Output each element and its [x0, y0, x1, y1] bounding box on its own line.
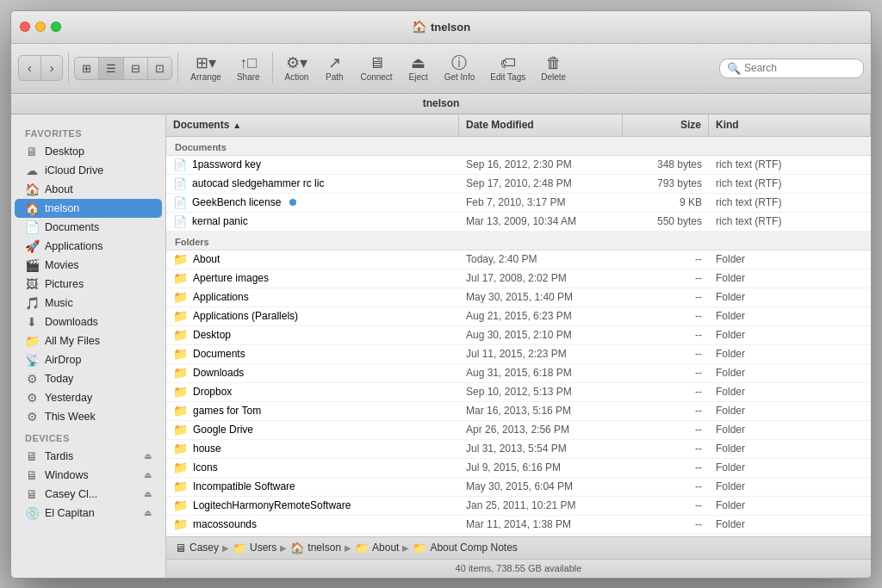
table-row[interactable]: 📁 About Today, 2:40 PM -- Folder [166, 251, 871, 269]
eject-tardis[interactable]: ⏏ [144, 451, 152, 461]
table-row[interactable]: 📁 Applications May 30, 2015, 1:40 PM -- … [166, 288, 871, 307]
table-row[interactable]: 📁 Applications (Parallels) Aug 21, 2015,… [166, 307, 871, 326]
get-info-button[interactable]: ⓘ Get Info [438, 52, 482, 85]
close-button[interactable] [20, 22, 30, 32]
table-row[interactable]: 📁 house Jul 31, 2013, 5:54 PM -- Folder [166, 440, 871, 459]
arrange-button[interactable]: ⊞▾ Arrange [183, 52, 228, 85]
sidebar-item-documents[interactable]: 📄 Documents [15, 218, 162, 237]
sidebar-item-windows[interactable]: 🖥 Windows ⏏ [15, 466, 162, 485]
table-row[interactable]: 📁 Google Drive Apr 26, 2013, 2:56 PM -- … [166, 421, 871, 440]
table-row[interactable]: 📁 Desktop Aug 30, 2015, 2:10 PM -- Folde… [166, 326, 871, 345]
eject-el-capitan[interactable]: ⏏ [144, 508, 152, 517]
delete-button[interactable]: 🗑 Delete [534, 52, 573, 85]
devices-label: Devices [11, 426, 165, 447]
file-size-cell: 793 bytes [623, 175, 709, 193]
file-name-cell: 📄 1password key [166, 156, 459, 174]
folder-name-cell: 📁 macossounds [166, 516, 459, 534]
connect-icon: 🖥 [369, 55, 384, 71]
main-area: Favorites 🖥 Desktop ☁ iCloud Drive 🏠 Abo… [11, 115, 871, 578]
sidebar-item-tnelson[interactable]: 🏠 tnelson [15, 199, 162, 218]
path-segment-users[interactable]: 📁 Users [233, 542, 276, 554]
folder-kind-cell: Folder [709, 497, 871, 515]
folder-name-cell: 📁 Google Drive [166, 421, 459, 439]
icon-view-button[interactable]: ⊞ [75, 58, 99, 79]
col-header-kind[interactable]: Kind [709, 115, 871, 136]
sidebar-item-tardis[interactable]: 🖥 Tardis ⏏ [15, 447, 162, 466]
sidebar-item-yesterday[interactable]: ⚙ Yesterday [15, 388, 162, 407]
share-button[interactable]: ↑□ Share [230, 52, 267, 85]
sidebar-item-el-capitan[interactable]: 💿 El Capitan ⏏ [15, 504, 162, 523]
table-row[interactable]: 📄 autocad sledgehammer rc lic Sep 17, 20… [166, 175, 871, 194]
sidebar-item-casey[interactable]: 🖥 Casey Cl... ⏏ [15, 485, 162, 504]
forward-button[interactable]: › [41, 56, 63, 80]
list-view-button[interactable]: ☰ [99, 58, 124, 79]
table-row[interactable]: 📁 Aperture images Jul 17, 2008, 2:02 PM … [166, 269, 871, 288]
folder-size-cell: -- [623, 326, 709, 344]
col-header-name[interactable]: Documents ▲ [166, 115, 459, 136]
tag-icon: 🏷 [500, 55, 516, 71]
tnelson-icon: 🏠 [25, 201, 39, 215]
table-row[interactable]: 📁 macossounds Mar 11, 2014, 1:38 PM -- F… [166, 516, 871, 535]
action-button[interactable]: ⚙▾ Action [278, 52, 316, 85]
arrange-icon: ⊞▾ [196, 55, 216, 71]
table-row[interactable]: 📄 GeekBench license Feb 7, 2010, 3:17 PM… [166, 194, 871, 213]
cover-flow-button[interactable]: ⊡ [148, 58, 171, 79]
search-box[interactable]: 🔍 [719, 59, 864, 78]
table-row[interactable]: 📁 Dropbox Sep 10, 2012, 5:13 PM -- Folde… [166, 383, 871, 402]
sidebar-item-all-my-files[interactable]: 📁 All My Files [15, 331, 162, 350]
sidebar-item-applications[interactable]: 🚀 Applications [15, 237, 162, 256]
sidebar-item-music[interactable]: 🎵 Music [15, 294, 162, 313]
eject-casey[interactable]: ⏏ [144, 489, 152, 498]
sidebar-item-about[interactable]: 🏠 About [15, 180, 162, 199]
sidebar-item-this-week[interactable]: ⚙ This Week [15, 407, 162, 426]
sidebar-item-desktop[interactable]: 🖥 Desktop [15, 142, 162, 161]
table-row[interactable]: 📁 Incompatible Software May 30, 2015, 6:… [166, 478, 871, 497]
sidebar-item-today[interactable]: ⚙ Today [15, 369, 162, 388]
folder-icon: 📁 [173, 290, 188, 304]
edit-tags-button[interactable]: 🏷 Edit Tags [483, 52, 532, 85]
sidebar-item-pictures[interactable]: 🖼 Pictures [15, 275, 162, 294]
maximize-button[interactable] [51, 22, 61, 32]
folder-size-cell: -- [623, 269, 709, 288]
table-row[interactable]: 📁 Icons Jul 9, 2015, 6:16 PM -- Folder [166, 459, 871, 478]
folder-name-cell: 📁 Applications [166, 288, 459, 306]
search-input[interactable] [744, 62, 856, 74]
table-row[interactable]: 📄 kernal panic Mar 13, 2009, 10:34 AM 55… [166, 213, 871, 232]
sidebar-item-movies[interactable]: 🎬 Movies [15, 256, 162, 275]
path-segment-tnelson[interactable]: 🏠 tnelson [290, 542, 341, 554]
path-segment-about[interactable]: 📁 About [355, 542, 399, 554]
col-header-size[interactable]: Size [623, 115, 709, 136]
status-text: 40 items, 738.55 GB available [456, 563, 582, 573]
toolbar: ‹ › ⊞ ☰ ⊟ ⊡ ⊞▾ Arrange ↑□ Share ⚙▾ Actio… [11, 44, 871, 94]
column-view-button[interactable]: ⊟ [124, 58, 148, 79]
eject-button[interactable]: ⏏ Eject [401, 52, 436, 85]
sidebar-item-downloads[interactable]: ⬇ Downloads [15, 313, 162, 331]
sidebar-item-label: Pictures [45, 278, 152, 290]
folder-kind-cell: Folder [709, 478, 871, 496]
folder-kind-cell: Folder [709, 421, 871, 439]
path-segment-about-comp-notes[interactable]: 📁 About Comp Notes [413, 542, 517, 554]
column-headers: Documents ▲ Date Modified Size Kind [166, 115, 871, 137]
col-header-date[interactable]: Date Modified [459, 115, 623, 136]
file-date-cell: Mar 13, 2009, 10:34 AM [459, 213, 623, 231]
folder-name-cell: 📁 Aperture images [166, 269, 459, 288]
file-size-cell: 9 KB [623, 194, 709, 212]
table-row[interactable]: 📁 LogitechHarmonyRemoteSoftware Jan 25, … [166, 497, 871, 516]
file-icon: 📄 [173, 177, 187, 190]
path-segment-casey[interactable]: 🖥 Casey [175, 542, 219, 554]
connect-button[interactable]: 🖥 Connect [353, 52, 399, 85]
file-list-body: Documents 📄 1password key Sep 16, 2012, … [166, 137, 871, 536]
sidebar-item-airdrop[interactable]: 📡 AirDrop [15, 350, 162, 369]
table-row[interactable]: 📁 Downloads Aug 31, 2015, 6:18 PM -- Fol… [166, 364, 871, 383]
eject-windows[interactable]: ⏏ [144, 470, 152, 480]
sidebar-item-icloud[interactable]: ☁ iCloud Drive [15, 161, 162, 180]
folder-name-cell: 📁 LogitechHarmonyRemoteSoftware [166, 497, 459, 515]
table-row[interactable]: 📁 Documents Jul 11, 2015, 2:23 PM -- Fol… [166, 345, 871, 364]
minimize-button[interactable] [35, 22, 46, 32]
back-button[interactable]: ‹ [19, 56, 41, 80]
sidebar-item-label: Movies [45, 259, 152, 271]
path-button[interactable]: ↗ Path [317, 52, 351, 85]
table-row[interactable]: 📄 1password key Sep 16, 2012, 2:30 PM 34… [166, 156, 871, 175]
table-row[interactable]: 📁 games for Tom Mar 16, 2013, 5:16 PM --… [166, 402, 871, 421]
music-icon: 🎵 [25, 296, 39, 310]
